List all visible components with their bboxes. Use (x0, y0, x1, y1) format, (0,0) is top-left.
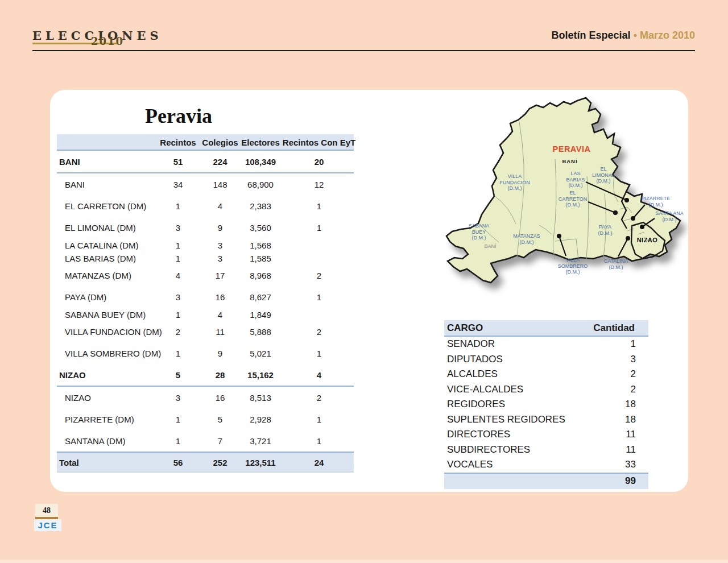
map-label-sabana-buey: SABANABUEY(D.M.) (469, 223, 490, 241)
cargo-value: 1 (631, 338, 636, 350)
issue-separator: • (631, 30, 640, 41)
cargo-row: VICE-ALCALDES2 (444, 382, 648, 398)
cell-colegios: 28 (216, 370, 225, 380)
cargo-label: DIRECTORES (447, 429, 510, 440)
cargo-value: 3 (631, 354, 636, 365)
district-row: EL CARRETON (DM)142,3831 (57, 195, 354, 217)
cell-name: EL CARRETON (DM) (65, 201, 146, 211)
cell-electores: 3,721 (250, 436, 271, 446)
cell-name: EL LIMONAL (DM) (65, 223, 136, 233)
cell-electores: 1,849 (250, 309, 271, 319)
cell-colegios: 9 (218, 223, 222, 233)
cell-name: BANI (65, 180, 85, 189)
cargo-row: SENADOR1 (444, 337, 648, 352)
stats-header-row: Recintos Colegios Electores Recintos Con… (57, 134, 354, 151)
masthead-rule (32, 50, 695, 51)
cargo-label: ALCALDES (447, 369, 498, 380)
district-row: EL LIMONAL (DM)393,5601 (57, 217, 354, 238)
map-label-bani-muni: BANÍ (562, 158, 577, 164)
cell-colegios: 5 (218, 415, 222, 424)
cell-colegios: 17 (216, 271, 225, 280)
cell-colegios: 16 (216, 393, 225, 403)
map-label-villa-fundacion: VILLAFUNDACIÓN(D.M.) (499, 173, 530, 192)
map-label-bani-section: BANÍ (484, 243, 496, 249)
cell-name: BANI (59, 157, 80, 167)
cell-electores: 8,968 (250, 271, 271, 280)
cell-name: VILLA SOMBRERO (DM) (65, 349, 161, 358)
cell-name: VILLA FUNDACION (DM) (65, 327, 162, 337)
cell-recintos: 5 (176, 370, 180, 380)
cell-electores: 8,513 (250, 393, 271, 403)
cell-recintos: 1 (176, 240, 180, 250)
total-electores: 123,511 (245, 457, 275, 467)
total-recintos: 56 (173, 457, 183, 467)
cell-electores: 5,021 (250, 349, 271, 358)
map-label-matanzas: MATANZAS(D.M.) (513, 233, 540, 245)
district-row: MATANZAS (DM)4178,9682 (57, 264, 354, 286)
cell-colegios: 9 (218, 349, 222, 358)
cell-recintos: 1 (176, 309, 180, 319)
cargo-value: 11 (626, 444, 636, 456)
cell-recintos-eyt: 4 (317, 370, 321, 380)
map-label-pizarrete: PIZARRETE(D.M.) (642, 196, 671, 208)
cargo-total-value: 99 (625, 475, 636, 487)
cell-colegios: 4 (218, 309, 222, 319)
cell-recintos-eyt: 1 (317, 415, 321, 424)
cargo-label: SENADOR (447, 338, 495, 350)
cell-recintos-eyt: 20 (315, 157, 324, 167)
cargo-value: 11 (626, 429, 636, 440)
cargo-total-row: 99 (444, 473, 648, 489)
cell-recintos: 1 (176, 253, 180, 263)
column-header-recintos: Recintos (160, 137, 196, 147)
cell-recintos-eyt: 1 (317, 223, 321, 233)
municipality-row: NIZAO52815,1624 (57, 364, 354, 387)
peravia-map: PERAVIABANÍVILLAFUNDACIÓN(D.M.)LASBARIAS… (444, 92, 688, 297)
district-row: LAS BARIAS (DM)131,585 (57, 251, 354, 264)
issue-date: Marzo 2010 (640, 30, 695, 41)
map-label-las-barias: LASBARIAS(D.M.) (566, 171, 585, 189)
cargo-label: DIPUTADOS (447, 354, 503, 365)
cargo-row: SUPLENTES REGIDORES18 (444, 412, 648, 428)
map-label-catalina: CATALINA(D.M.) (604, 258, 628, 270)
map-label-province: PERAVIA (553, 144, 591, 154)
cargo-label: VOCALES (447, 459, 493, 470)
cell-recintos: 1 (176, 349, 180, 358)
total-recintos-eyt: 24 (315, 457, 324, 467)
cell-colegios: 148 (213, 180, 227, 189)
bulletin-page: ELECCIONES 2010 Boletín Especial•Marzo 2… (0, 0, 728, 563)
district-row: SANTANA (DM)173,7211 (57, 430, 354, 452)
total-label: Total (59, 457, 79, 467)
cell-recintos-eyt: 2 (317, 327, 321, 337)
cell-name: LA CATALINA (DM) (65, 240, 138, 250)
cargo-header-row: CARGO Cantidad (444, 320, 648, 337)
cell-name: SANTANA (DM) (65, 436, 125, 446)
cell-recintos-eyt: 1 (317, 201, 321, 211)
cell-colegios: 224 (213, 157, 227, 167)
district-row: SABANA BUEY (DM)141,849 (57, 308, 354, 321)
district-row: PIZARRETE (DM)152,9281 (57, 408, 354, 430)
cell-recintos: 34 (173, 180, 183, 189)
cell-recintos: 1 (176, 201, 180, 211)
cargo-table: CARGO Cantidad SENADOR1DIPUTADOS3ALCALDE… (444, 320, 648, 489)
cell-recintos-eyt: 2 (317, 393, 321, 403)
cell-recintos: 3 (176, 393, 180, 403)
cargo-row: VOCALES33 (444, 457, 648, 473)
cell-colegios: 11 (216, 327, 225, 337)
cell-electores: 3,560 (250, 223, 271, 233)
cell-recintos-eyt: 1 (317, 292, 321, 302)
cell-electores: 2,383 (250, 201, 271, 211)
cell-recintos-eyt: 1 (317, 436, 321, 446)
cell-recintos-eyt: 2 (317, 271, 321, 280)
district-row: VILLA FUNDACION (DM)2115,8882 (57, 321, 354, 342)
page-number: 48 (35, 504, 58, 519)
cell-electores: 1,568 (250, 240, 271, 250)
cargo-value: 2 (631, 369, 636, 380)
cell-recintos: 2 (176, 327, 180, 337)
map-label-el-limonal: ELLIMONAL(D.M.) (592, 166, 615, 184)
cell-name: PIZARRETE (DM) (65, 415, 134, 424)
district-row: BANI3414868,90012 (57, 173, 354, 195)
cell-recintos: 51 (173, 157, 183, 167)
cell-electores: 1,585 (250, 253, 271, 263)
cargo-label: REGIDORES (447, 399, 505, 410)
cell-colegios: 4 (218, 201, 222, 211)
